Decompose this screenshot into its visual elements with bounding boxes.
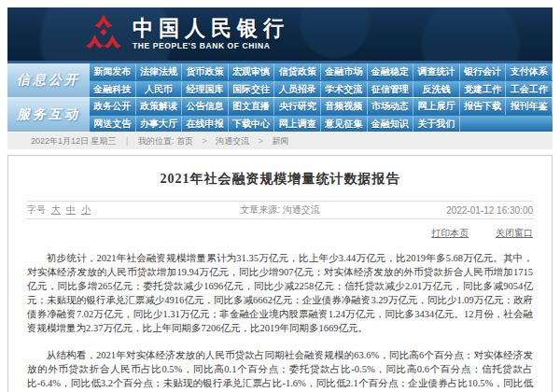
breadcrumb-link-home[interactable]: 首页	[176, 136, 193, 146]
article-source: 文章来源: 沟通交流	[190, 203, 370, 217]
nav-label-information-disclosure[interactable]: 信息公开	[7, 63, 90, 97]
nav-item[interactable]: 报刊年鉴	[506, 98, 553, 115]
article-meta-row: 字号 大中小 文章来源: 沟通交流 2022-01-12 16:30:00	[27, 201, 533, 219]
bank-name-english: THE PEOPLE'S BANK OF CHINA	[133, 41, 289, 50]
nav-item[interactable]: 人员招录	[274, 81, 321, 97]
nav-item[interactable]: 金融稳定	[368, 63, 414, 80]
nav-section-service-interaction: 服务互动 政务公开政策解读公告信息图文直播央行研究音频视频市场动态网上展厅报告下…	[7, 97, 553, 132]
nav-item[interactable]: 学术交流	[321, 81, 368, 97]
nav-item[interactable]: 银行会计	[460, 63, 507, 80]
nav-item[interactable]: 金融科技	[90, 81, 136, 97]
font-size-options: 大中小	[51, 203, 91, 217]
nav-item[interactable]: 征信管理	[368, 81, 414, 97]
article-actions: 打印本页 关闭窗口	[27, 227, 533, 240]
print-page-link[interactable]: 打印本页	[431, 228, 469, 238]
nav-item[interactable]: 市场动态	[368, 98, 414, 115]
close-window-link[interactable]: 关闭窗口	[496, 228, 533, 238]
nav-item[interactable]: 报告下载	[460, 98, 507, 115]
nav-item[interactable]: 反洗钱	[413, 81, 460, 97]
pboc-logo-icon	[86, 13, 121, 56]
font-size-option[interactable]: 大	[51, 203, 61, 217]
nav-item[interactable]: 金融知识	[368, 116, 414, 132]
nav-item[interactable]: 政策解读	[136, 98, 183, 115]
nav-item[interactable]: 党建工作	[460, 81, 507, 97]
site-header: 中国人民银行 THE PEOPLE'S BANK OF CHINA	[7, 7, 553, 63]
nav-section-information-disclosure: 信息公开 新闻发布法律法规货币政策宏观审慎信贷政策金融市场金融稳定调查统计银行会…	[7, 63, 553, 97]
breadcrumb-separator: >	[259, 136, 263, 146]
nav-item[interactable]: 网上展厅	[413, 98, 460, 115]
nav-item[interactable]: 新闻发布	[90, 63, 136, 80]
nav-item[interactable]: 工会工作	[506, 81, 553, 97]
nav-item[interactable]: 下载中心	[229, 116, 275, 132]
nav-item[interactable]: 公告信息	[182, 98, 229, 115]
nav-item[interactable]: 音频视频	[321, 98, 368, 115]
breadcrumb: 2022年1月12日 星期三 | 我的位置: 首页 > 沟通交流 > 新闻	[7, 133, 553, 149]
nav-row: 政务公开政策解读公告信息图文直播央行研究音频视频市场动态网上展厅报告下载报刊年鉴	[90, 98, 553, 115]
article-paragraph: 初步统计，2021年社会融资规模增量累计为31.35万亿元，比上年少3.44万亿…	[27, 251, 533, 335]
nav-item[interactable]: 图文直播	[229, 98, 275, 115]
article-title: 2021年社会融资规模增量统计数据报告	[27, 171, 533, 188]
article-panel: 2021年社会融资规模增量统计数据报告 字号 大中小 文章来源: 沟通交流 20…	[7, 155, 553, 392]
nav-item[interactable]: 政务公开	[90, 98, 136, 115]
nav-item[interactable]: 信贷政策	[274, 63, 321, 80]
breadcrumb-link-communication[interactable]: 沟通交流	[216, 136, 249, 146]
breadcrumb-separator: >	[202, 136, 206, 146]
bank-name-chinese: 中国人民银行	[133, 17, 289, 40]
article-paragraph: 从结构看，2021年对实体经济发放的人民币贷款占同期社会融资规模的63.6%，同…	[27, 348, 533, 392]
font-size-option[interactable]: 小	[81, 203, 91, 217]
nav-item[interactable]: 网送文告	[90, 116, 136, 132]
nav-item[interactable]: 支付体系	[506, 63, 553, 80]
breadcrumb-link-news[interactable]: 新闻	[273, 136, 289, 146]
nav-label-service-interaction[interactable]: 服务互动	[7, 98, 90, 132]
pboc-webpage: 中国人民银行 THE PEOPLE'S BANK OF CHINA 信息公开 新…	[0, 0, 560, 392]
breadcrumb-date: 2022年1月12日 星期三	[31, 136, 117, 146]
nav-item[interactable]: 意见征集	[321, 116, 368, 132]
nav-row: 新闻发布法律法规货币政策宏观审慎信贷政策金融市场金融稳定调查统计银行会计支付体系	[90, 63, 553, 80]
nav-item[interactable]: 宏观审慎	[229, 63, 275, 80]
breadcrumb-divider: |	[126, 136, 128, 146]
nav-item[interactable]: 国际交往	[229, 81, 275, 97]
breadcrumb-location-label: 我的位置:	[138, 136, 175, 146]
nav-item[interactable]: 关于我们	[413, 116, 460, 132]
font-size-option[interactable]: 中	[66, 203, 76, 217]
nav-item[interactable]: 央行研究	[274, 98, 321, 115]
nav-item[interactable]: 调查统计	[413, 63, 460, 80]
nav-row: 网送文告办事大厅在线申报下载中心网上调查意见征集金融知识关于我们	[90, 115, 553, 132]
article-datetime: 2022-01-12 16:30:00	[370, 205, 533, 216]
nav-item[interactable]: 货币政策	[182, 63, 229, 80]
nav-item[interactable]: 经理国库	[182, 81, 229, 97]
nav-row: 金融科技人民币经理国库国际交往人员招录学术交流征信管理反洗钱党建工作工会工作	[90, 80, 553, 97]
nav-item[interactable]: 金融市场	[321, 63, 368, 80]
nav-item[interactable]: 办事大厅	[136, 116, 183, 132]
nav-item[interactable]: 人民币	[136, 81, 183, 97]
nav-item[interactable]: 网上调查	[274, 116, 321, 132]
article-body: 初步统计，2021年社会融资规模增量累计为31.35万亿元，比上年少3.44万亿…	[27, 251, 533, 392]
nav-item[interactable]: 法律法规	[136, 63, 183, 80]
nav-item[interactable]: 在线申报	[182, 116, 229, 132]
font-size-label: 字号	[27, 203, 46, 217]
